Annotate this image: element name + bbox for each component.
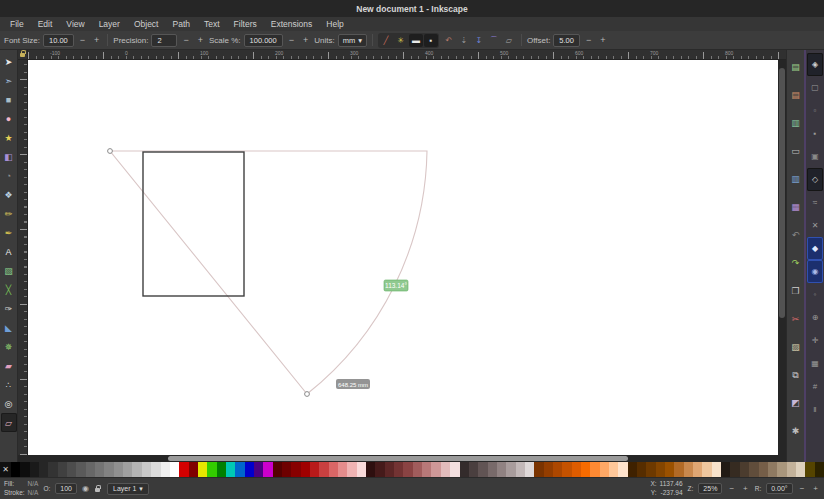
vertical-scrollbar-thumb[interactable]: [779, 68, 785, 318]
scale-input[interactable]: 100.000: [244, 34, 283, 47]
palette-swatch[interactable]: [562, 462, 571, 477]
palette-swatch[interactable]: [20, 462, 29, 477]
palette-swatch[interactable]: [39, 462, 48, 477]
drawing-canvas[interactable]: 113.14° 648.25 mm: [28, 60, 778, 455]
palette-swatch[interactable]: [217, 462, 226, 477]
palette-swatch[interactable]: [600, 462, 609, 477]
palette-swatch[interactable]: [95, 462, 104, 477]
zoom-input[interactable]: 25%: [698, 483, 722, 494]
selector-tool[interactable]: ➤: [1, 52, 17, 71]
opacity-input[interactable]: 100: [55, 483, 77, 494]
palette-swatch[interactable]: [590, 462, 599, 477]
zoom-minus-button[interactable]: −: [727, 484, 736, 493]
rectangle-tool[interactable]: ■: [1, 90, 17, 109]
dropper-tool[interactable]: ✑: [1, 299, 17, 318]
palette-swatch[interactable]: [618, 462, 627, 477]
undo[interactable]: ↶: [788, 221, 804, 249]
palette-swatch[interactable]: [198, 462, 207, 477]
spiral-tool[interactable]: ◔: [1, 166, 17, 185]
connector-tool[interactable]: ∴: [1, 375, 17, 394]
palette-swatch[interactable]: [768, 462, 777, 477]
palette-swatch[interactable]: [460, 462, 469, 477]
zoom-plus-button[interactable]: +: [741, 484, 750, 493]
snap-midpoints[interactable]: ◦: [807, 283, 823, 306]
palette-swatch[interactable]: [749, 462, 758, 477]
palette-swatch[interactable]: [815, 462, 824, 477]
palette-swatch[interactable]: [712, 462, 721, 477]
palette-swatch[interactable]: [805, 462, 814, 477]
palette-swatch[interactable]: [114, 462, 123, 477]
palette-swatch[interactable]: [497, 462, 506, 477]
palette-swatch[interactable]: [132, 462, 141, 477]
palette-swatch[interactable]: [581, 462, 590, 477]
mark-dimension[interactable]: ⌒: [487, 34, 501, 47]
snap-grids[interactable]: #: [807, 375, 823, 398]
palette-swatch[interactable]: [58, 462, 67, 477]
palette-swatch[interactable]: [628, 462, 637, 477]
palette-swatch[interactable]: [609, 462, 618, 477]
rotation-plus-button[interactable]: +: [811, 484, 820, 493]
snap-bbox-edges[interactable]: ▫: [807, 99, 823, 122]
font-size-minus-button[interactable]: −: [77, 35, 88, 45]
import[interactable]: ▥: [788, 165, 804, 193]
snap-enable[interactable]: ◈: [807, 53, 823, 76]
palette-swatch[interactable]: [787, 462, 796, 477]
menu-filters[interactable]: Filters: [228, 18, 263, 30]
snap-nodes[interactable]: ◇: [807, 168, 823, 191]
offset-minus-button[interactable]: −: [583, 35, 594, 45]
layer-visibility-icon[interactable]: ◉: [82, 484, 89, 493]
palette-swatch[interactable]: [516, 462, 525, 477]
calligraphy-tool[interactable]: ✒: [1, 223, 17, 242]
palette-swatch[interactable]: [478, 462, 487, 477]
text-tool[interactable]: A: [1, 242, 17, 261]
palette-swatch[interactable]: [544, 462, 553, 477]
palette-swatch[interactable]: [777, 462, 786, 477]
layer-lock-icon[interactable]: [94, 484, 102, 494]
palette-swatch[interactable]: [104, 462, 113, 477]
palette-swatch[interactable]: [506, 462, 515, 477]
measure-start-node[interactable]: [108, 149, 113, 154]
measure-tool[interactable]: ▱: [1, 413, 17, 432]
to-guides[interactable]: ↧: [472, 34, 486, 47]
mesh-tool[interactable]: ╳: [1, 280, 17, 299]
cut[interactable]: ✂: [788, 305, 804, 333]
palette-swatch[interactable]: [319, 462, 328, 477]
snap-bbox[interactable]: ▢: [807, 76, 823, 99]
precision-minus-button[interactable]: −: [180, 35, 191, 45]
menu-text[interactable]: Text: [198, 18, 226, 30]
offset-input[interactable]: 5.00: [553, 34, 580, 47]
show-measurements[interactable]: ▬: [409, 34, 423, 47]
paste[interactable]: ▨: [788, 333, 804, 361]
palette-swatch[interactable]: [553, 462, 562, 477]
palette-swatch[interactable]: [656, 462, 665, 477]
font-size-input[interactable]: 10.00: [43, 34, 74, 47]
snap-paths[interactable]: ≈: [807, 191, 823, 214]
palette-swatch[interactable]: [385, 462, 394, 477]
spray-tool[interactable]: ✵: [1, 337, 17, 356]
palette-swatch[interactable]: [413, 462, 422, 477]
duplicate[interactable]: ⧉: [788, 361, 804, 389]
palette-swatch[interactable]: [254, 462, 263, 477]
node-editor-tool[interactable]: ➣: [1, 71, 17, 90]
palette-swatch[interactable]: [721, 462, 730, 477]
measured-sector-path[interactable]: [110, 151, 427, 394]
palette-swatch[interactable]: [207, 462, 216, 477]
palette-swatch[interactable]: [151, 462, 160, 477]
palette-swatch[interactable]: [637, 462, 646, 477]
snap-cusp-nodes[interactable]: ◆: [807, 237, 823, 260]
palette-swatch[interactable]: [67, 462, 76, 477]
palette-swatch[interactable]: [693, 462, 702, 477]
export[interactable]: ▦: [788, 193, 804, 221]
menu-path[interactable]: Path: [166, 18, 196, 30]
preferences[interactable]: ✱: [788, 417, 804, 445]
palette-swatch[interactable]: [161, 462, 170, 477]
snap-rotation-centers[interactable]: ✛: [807, 329, 823, 352]
palette-swatch[interactable]: [394, 462, 403, 477]
document-open[interactable]: ▤: [788, 81, 804, 109]
palette-swatch[interactable]: [422, 462, 431, 477]
palette-swatch[interactable]: [796, 462, 805, 477]
palette-swatch[interactable]: [86, 462, 95, 477]
palette-swatch[interactable]: [702, 462, 711, 477]
palette-swatch[interactable]: [189, 462, 198, 477]
palette-swatch[interactable]: [469, 462, 478, 477]
